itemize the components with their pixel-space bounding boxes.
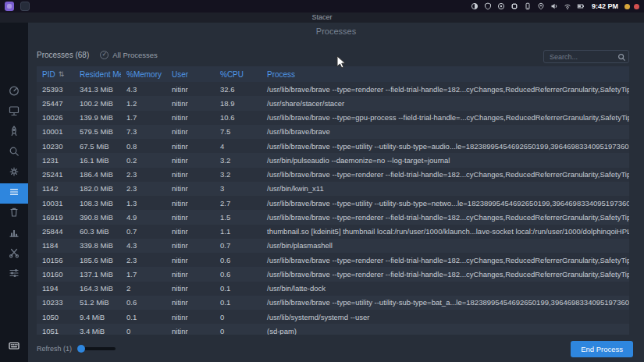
app-launcher-icon[interactable] <box>5 2 14 11</box>
cell-pid: 10031 <box>37 199 74 208</box>
cell-memory-percent: 0 <box>121 327 166 335</box>
cell-user: nitinr <box>166 142 215 151</box>
table-row[interactable]: 10001 579.5 MiB 7.3 nitinr 7.5 /usr/lib/… <box>37 125 629 139</box>
cell-cpu-percent: 0.6 <box>215 270 262 279</box>
cell-cpu-percent: 0 <box>215 327 262 335</box>
table-row[interactable]: 10026 139.9 MiB 1.7 nitinr 10.6 /usr/lib… <box>37 111 629 125</box>
search-input[interactable] <box>543 50 629 63</box>
cell-process-command: thumbnail.so [kdeinit5] thumbnail local:… <box>262 227 629 236</box>
table-row[interactable]: 10156 185.6 MiB 2.3 nitinr 0.6 /usr/lib/… <box>37 253 629 267</box>
sidebar-item-system-cleaner[interactable] <box>0 102 28 122</box>
cell-process-command: (sd-pam) <box>262 327 629 335</box>
end-process-button[interactable]: End Process <box>571 341 633 357</box>
slider-knob[interactable] <box>77 345 85 353</box>
table-row[interactable]: 25844 60.3 MiB 0.7 nitinr 1.1 thumbnail.… <box>37 225 629 239</box>
table-row[interactable]: 10160 137.1 MiB 1.7 nitinr 0.6 /usr/lib/… <box>37 267 629 281</box>
status-dot-red[interactable] <box>634 4 639 9</box>
cell-resident-memory: 139.9 MiB <box>74 113 121 122</box>
process-table-body: 25393 341.3 MiB 4.3 nitinr 32.6 /usr/lib… <box>37 82 629 335</box>
chip-icon[interactable] <box>511 2 518 10</box>
cell-memory-percent: 1.7 <box>121 270 166 279</box>
cell-resident-memory: 108.3 MiB <box>74 199 121 208</box>
rocket-icon <box>8 125 20 140</box>
sidebar-item-helpers[interactable] <box>0 244 28 264</box>
check-icon: ✓ <box>101 51 107 58</box>
sidebar-item-uninstaller[interactable] <box>0 204 28 224</box>
cell-resident-memory: 137.1 MiB <box>74 270 121 279</box>
cell-cpu-percent: 0.1 <box>215 284 262 293</box>
cell-user: nitinr <box>166 327 215 335</box>
cell-pid: 1194 <box>37 284 74 293</box>
volume-icon[interactable] <box>550 2 558 10</box>
refresh-label: Refresh (1) <box>37 345 72 353</box>
table-row[interactable]: 1142 182.0 MiB 2.3 nitinr 3 /usr/bin/kwi… <box>37 182 629 196</box>
sidebar-item-settings[interactable] <box>0 264 28 285</box>
sliders-icon <box>8 267 20 282</box>
refresh-interval-slider[interactable] <box>78 347 116 350</box>
table-row[interactable]: 1051 3.4 MiB 0 nitinr 0 (sd-pam) <box>37 324 629 335</box>
status-dot-yellow[interactable] <box>624 4 630 9</box>
sidebar-item-search[interactable] <box>0 143 28 163</box>
cell-resident-memory: 100.2 MiB <box>74 99 121 108</box>
column-header-user[interactable]: User <box>166 70 215 79</box>
column-header-memory-percent[interactable]: %Memory <box>121 70 166 79</box>
search-sidebar-icon <box>8 145 20 161</box>
table-row[interactable]: 10233 51.2 MiB 0.6 nitinr 0.1 /usr/lib/b… <box>37 296 629 310</box>
cell-resident-memory: 16.1 MiB <box>74 156 121 165</box>
table-row[interactable]: 10031 108.3 MiB 1.3 nitinr 2.7 /usr/lib/… <box>37 196 629 210</box>
cell-memory-percent: 2.3 <box>121 170 166 179</box>
sidebar-item-services[interactable] <box>0 163 28 183</box>
cell-user: nitinr <box>166 199 215 208</box>
table-row[interactable]: 10230 67.5 MiB 0.8 nitinr 4 /usr/lib/bra… <box>37 139 629 153</box>
cell-memory-percent: 1.2 <box>121 99 166 108</box>
pinned-app-icon[interactable] <box>20 2 30 11</box>
column-header-process[interactable]: Process <box>262 70 629 79</box>
cell-resident-memory: 51.2 MiB <box>74 298 121 307</box>
column-header-resident-memory[interactable]: Resident Memory <box>74 70 121 79</box>
search-icon[interactable] <box>617 51 626 65</box>
table-row[interactable]: 1194 164.3 MiB 2 nitinr 0.1 /usr/bin/lat… <box>37 282 629 296</box>
sidebar-item-resources[interactable] <box>0 224 28 244</box>
sidebar-item-processes[interactable] <box>0 183 28 204</box>
cell-pid: 10230 <box>37 142 74 151</box>
cell-memory-percent: 7.3 <box>121 127 166 136</box>
cell-resident-memory: 185.6 MiB <box>74 256 121 264</box>
keyboard-icon <box>8 339 20 355</box>
phone-icon[interactable] <box>524 2 532 10</box>
cell-cpu-percent: 2.7 <box>215 199 262 208</box>
page-title: Processes <box>28 27 644 36</box>
cell-user: nitinr <box>166 127 215 136</box>
sidebar-item-reports[interactable] <box>0 339 28 356</box>
trash-icon <box>8 206 20 222</box>
search-box <box>543 48 629 62</box>
cell-resident-memory: 3.4 MiB <box>74 327 121 335</box>
app-circle-icon[interactable] <box>497 2 505 10</box>
cell-resident-memory: 60.3 MiB <box>74 227 121 236</box>
cell-pid: 10156 <box>37 256 74 264</box>
column-header-cpu-percent[interactable]: %CPU <box>215 70 262 79</box>
table-row[interactable]: 1231 16.1 MiB 0.2 nitinr 3.2 /usr/bin/pu… <box>37 153 629 167</box>
cell-user: nitinr <box>166 156 215 165</box>
table-row[interactable]: 1050 9.4 MiB 0.1 nitinr 0 /usr/lib/syste… <box>37 310 629 324</box>
table-row[interactable]: 25241 186.4 MiB 2.3 nitinr 3.2 /usr/lib/… <box>37 168 629 182</box>
column-header-pid[interactable]: PID⇅ <box>37 70 74 79</box>
main-content: Processes Processes (68) ✓ All Processes… <box>28 23 644 362</box>
all-processes-checkbox[interactable]: ✓ <box>100 51 109 59</box>
battery-icon[interactable] <box>577 2 585 10</box>
window-titlebar[interactable]: Stacer <box>0 12 644 23</box>
network-icon[interactable] <box>564 2 571 10</box>
table-row[interactable]: 25447 100.2 MiB 1.2 nitinr 18.9 /usr/sha… <box>37 96 629 110</box>
cell-user: nitinr <box>166 184 215 193</box>
cell-cpu-percent: 18.9 <box>215 99 262 108</box>
shield-icon[interactable] <box>484 2 492 10</box>
scissors-icon <box>8 247 20 262</box>
cell-user: nitinr <box>166 313 215 321</box>
sidebar-item-dashboard[interactable] <box>0 82 28 102</box>
table-row[interactable]: 16919 390.8 MiB 4.9 nitinr 1.5 /usr/lib/… <box>37 210 629 224</box>
table-row[interactable]: 1184 339.8 MiB 4.3 nitinr 0.7 /usr/bin/p… <box>37 239 629 253</box>
table-row[interactable]: 25393 341.3 MiB 4.3 nitinr 32.6 /usr/lib… <box>37 82 629 96</box>
dnd-icon[interactable] <box>471 2 479 10</box>
os-top-panel: 9:42 PM <box>0 0 644 12</box>
sidebar-item-startup-apps[interactable] <box>0 122 28 143</box>
location-icon[interactable] <box>537 2 545 10</box>
